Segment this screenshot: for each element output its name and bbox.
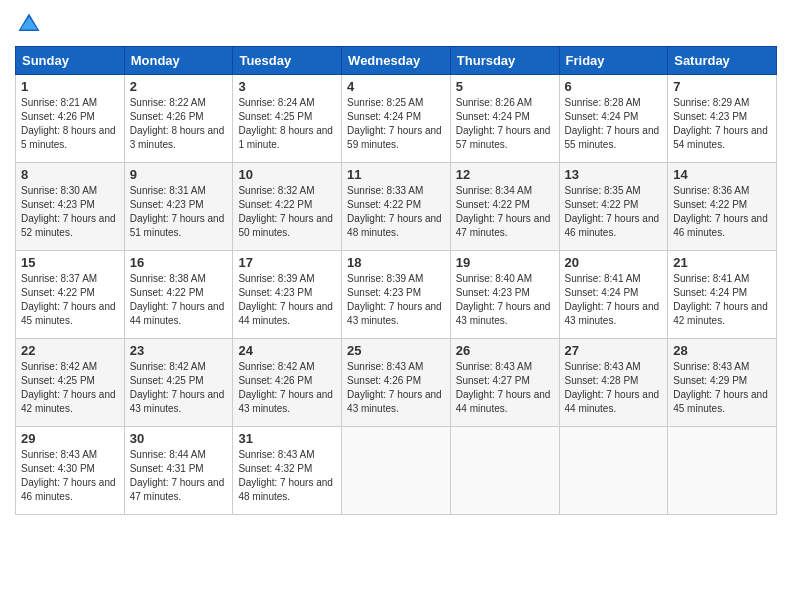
cell-info: Sunrise: 8:28 AMSunset: 4:24 PMDaylight:… — [565, 97, 660, 150]
calendar-cell: 28Sunrise: 8:43 AMSunset: 4:29 PMDayligh… — [668, 339, 777, 427]
calendar-cell: 14Sunrise: 8:36 AMSunset: 4:22 PMDayligh… — [668, 163, 777, 251]
cell-info: Sunrise: 8:33 AMSunset: 4:22 PMDaylight:… — [347, 185, 442, 238]
day-number: 30 — [130, 431, 228, 446]
cell-info: Sunrise: 8:32 AMSunset: 4:22 PMDaylight:… — [238, 185, 333, 238]
cell-info: Sunrise: 8:31 AMSunset: 4:23 PMDaylight:… — [130, 185, 225, 238]
cell-info: Sunrise: 8:41 AMSunset: 4:24 PMDaylight:… — [673, 273, 768, 326]
day-number: 11 — [347, 167, 445, 182]
cell-info: Sunrise: 8:43 AMSunset: 4:29 PMDaylight:… — [673, 361, 768, 414]
calendar-header-row: SundayMondayTuesdayWednesdayThursdayFrid… — [16, 47, 777, 75]
calendar-week-2: 8Sunrise: 8:30 AMSunset: 4:23 PMDaylight… — [16, 163, 777, 251]
day-number: 1 — [21, 79, 119, 94]
calendar-cell: 22Sunrise: 8:42 AMSunset: 4:25 PMDayligh… — [16, 339, 125, 427]
day-number: 22 — [21, 343, 119, 358]
calendar-cell: 27Sunrise: 8:43 AMSunset: 4:28 PMDayligh… — [559, 339, 668, 427]
cell-info: Sunrise: 8:22 AMSunset: 4:26 PMDaylight:… — [130, 97, 225, 150]
calendar-cell: 29Sunrise: 8:43 AMSunset: 4:30 PMDayligh… — [16, 427, 125, 515]
day-number: 17 — [238, 255, 336, 270]
day-number: 24 — [238, 343, 336, 358]
calendar-cell: 26Sunrise: 8:43 AMSunset: 4:27 PMDayligh… — [450, 339, 559, 427]
calendar-cell: 21Sunrise: 8:41 AMSunset: 4:24 PMDayligh… — [668, 251, 777, 339]
day-number: 7 — [673, 79, 771, 94]
calendar-cell: 25Sunrise: 8:43 AMSunset: 4:26 PMDayligh… — [342, 339, 451, 427]
calendar-cell: 23Sunrise: 8:42 AMSunset: 4:25 PMDayligh… — [124, 339, 233, 427]
calendar-week-4: 22Sunrise: 8:42 AMSunset: 4:25 PMDayligh… — [16, 339, 777, 427]
cell-info: Sunrise: 8:42 AMSunset: 4:26 PMDaylight:… — [238, 361, 333, 414]
day-number: 14 — [673, 167, 771, 182]
day-number: 19 — [456, 255, 554, 270]
cell-info: Sunrise: 8:29 AMSunset: 4:23 PMDaylight:… — [673, 97, 768, 150]
calendar-cell: 12Sunrise: 8:34 AMSunset: 4:22 PMDayligh… — [450, 163, 559, 251]
day-number: 10 — [238, 167, 336, 182]
cell-info: Sunrise: 8:38 AMSunset: 4:22 PMDaylight:… — [130, 273, 225, 326]
cell-info: Sunrise: 8:30 AMSunset: 4:23 PMDaylight:… — [21, 185, 116, 238]
calendar-cell: 15Sunrise: 8:37 AMSunset: 4:22 PMDayligh… — [16, 251, 125, 339]
calendar-cell: 9Sunrise: 8:31 AMSunset: 4:23 PMDaylight… — [124, 163, 233, 251]
logo — [15, 10, 47, 38]
calendar-cell: 31Sunrise: 8:43 AMSunset: 4:32 PMDayligh… — [233, 427, 342, 515]
header — [15, 10, 777, 38]
day-header-monday: Monday — [124, 47, 233, 75]
calendar-cell — [450, 427, 559, 515]
calendar-cell: 7Sunrise: 8:29 AMSunset: 4:23 PMDaylight… — [668, 75, 777, 163]
cell-info: Sunrise: 8:39 AMSunset: 4:23 PMDaylight:… — [347, 273, 442, 326]
cell-info: Sunrise: 8:37 AMSunset: 4:22 PMDaylight:… — [21, 273, 116, 326]
cell-info: Sunrise: 8:43 AMSunset: 4:32 PMDaylight:… — [238, 449, 333, 502]
day-number: 27 — [565, 343, 663, 358]
cell-info: Sunrise: 8:36 AMSunset: 4:22 PMDaylight:… — [673, 185, 768, 238]
day-header-saturday: Saturday — [668, 47, 777, 75]
cell-info: Sunrise: 8:26 AMSunset: 4:24 PMDaylight:… — [456, 97, 551, 150]
calendar-week-3: 15Sunrise: 8:37 AMSunset: 4:22 PMDayligh… — [16, 251, 777, 339]
day-number: 23 — [130, 343, 228, 358]
day-number: 16 — [130, 255, 228, 270]
page: SundayMondayTuesdayWednesdayThursdayFrid… — [0, 0, 792, 612]
cell-info: Sunrise: 8:24 AMSunset: 4:25 PMDaylight:… — [238, 97, 333, 150]
cell-info: Sunrise: 8:34 AMSunset: 4:22 PMDaylight:… — [456, 185, 551, 238]
day-header-tuesday: Tuesday — [233, 47, 342, 75]
calendar-cell: 13Sunrise: 8:35 AMSunset: 4:22 PMDayligh… — [559, 163, 668, 251]
calendar-cell — [668, 427, 777, 515]
calendar-cell — [342, 427, 451, 515]
day-number: 9 — [130, 167, 228, 182]
calendar-cell: 17Sunrise: 8:39 AMSunset: 4:23 PMDayligh… — [233, 251, 342, 339]
calendar-cell: 6Sunrise: 8:28 AMSunset: 4:24 PMDaylight… — [559, 75, 668, 163]
cell-info: Sunrise: 8:43 AMSunset: 4:30 PMDaylight:… — [21, 449, 116, 502]
calendar-cell: 11Sunrise: 8:33 AMSunset: 4:22 PMDayligh… — [342, 163, 451, 251]
day-header-sunday: Sunday — [16, 47, 125, 75]
cell-info: Sunrise: 8:42 AMSunset: 4:25 PMDaylight:… — [21, 361, 116, 414]
calendar-cell: 3Sunrise: 8:24 AMSunset: 4:25 PMDaylight… — [233, 75, 342, 163]
day-number: 6 — [565, 79, 663, 94]
day-header-thursday: Thursday — [450, 47, 559, 75]
day-number: 26 — [456, 343, 554, 358]
day-number: 20 — [565, 255, 663, 270]
day-number: 15 — [21, 255, 119, 270]
calendar-cell: 2Sunrise: 8:22 AMSunset: 4:26 PMDaylight… — [124, 75, 233, 163]
cell-info: Sunrise: 8:43 AMSunset: 4:28 PMDaylight:… — [565, 361, 660, 414]
day-number: 2 — [130, 79, 228, 94]
day-number: 12 — [456, 167, 554, 182]
day-number: 8 — [21, 167, 119, 182]
calendar-cell: 16Sunrise: 8:38 AMSunset: 4:22 PMDayligh… — [124, 251, 233, 339]
day-header-friday: Friday — [559, 47, 668, 75]
calendar-cell — [559, 427, 668, 515]
cell-info: Sunrise: 8:40 AMSunset: 4:23 PMDaylight:… — [456, 273, 551, 326]
day-number: 3 — [238, 79, 336, 94]
calendar-cell: 20Sunrise: 8:41 AMSunset: 4:24 PMDayligh… — [559, 251, 668, 339]
cell-info: Sunrise: 8:42 AMSunset: 4:25 PMDaylight:… — [130, 361, 225, 414]
day-number: 31 — [238, 431, 336, 446]
cell-info: Sunrise: 8:35 AMSunset: 4:22 PMDaylight:… — [565, 185, 660, 238]
calendar-cell: 24Sunrise: 8:42 AMSunset: 4:26 PMDayligh… — [233, 339, 342, 427]
day-header-wednesday: Wednesday — [342, 47, 451, 75]
day-number: 21 — [673, 255, 771, 270]
calendar-cell: 18Sunrise: 8:39 AMSunset: 4:23 PMDayligh… — [342, 251, 451, 339]
calendar-cell: 5Sunrise: 8:26 AMSunset: 4:24 PMDaylight… — [450, 75, 559, 163]
calendar-week-1: 1Sunrise: 8:21 AMSunset: 4:26 PMDaylight… — [16, 75, 777, 163]
cell-info: Sunrise: 8:25 AMSunset: 4:24 PMDaylight:… — [347, 97, 442, 150]
calendar-cell: 30Sunrise: 8:44 AMSunset: 4:31 PMDayligh… — [124, 427, 233, 515]
calendar-table: SundayMondayTuesdayWednesdayThursdayFrid… — [15, 46, 777, 515]
cell-info: Sunrise: 8:39 AMSunset: 4:23 PMDaylight:… — [238, 273, 333, 326]
cell-info: Sunrise: 8:21 AMSunset: 4:26 PMDaylight:… — [21, 97, 116, 150]
calendar-cell: 19Sunrise: 8:40 AMSunset: 4:23 PMDayligh… — [450, 251, 559, 339]
calendar-week-5: 29Sunrise: 8:43 AMSunset: 4:30 PMDayligh… — [16, 427, 777, 515]
calendar-cell: 4Sunrise: 8:25 AMSunset: 4:24 PMDaylight… — [342, 75, 451, 163]
